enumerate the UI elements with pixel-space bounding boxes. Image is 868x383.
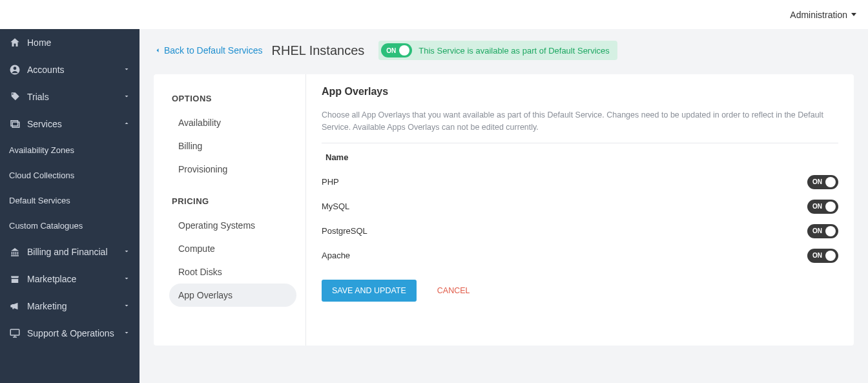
option-label: Provisioning <box>178 164 227 174</box>
chevron-up-icon <box>123 119 130 129</box>
back-link[interactable]: Back to Default Services <box>154 45 263 56</box>
svg-point-1 <box>14 67 17 70</box>
panel-title: App Overlays <box>322 86 838 98</box>
overlay-name: PostgreSQL <box>322 226 807 236</box>
overlay-toggle[interactable]: ON <box>807 175 838 189</box>
monitor-icon <box>9 327 21 339</box>
option-label: Root Disks <box>178 267 222 277</box>
sidebar-item-label: Home <box>27 37 51 48</box>
back-link-label: Back to Default Services <box>164 45 263 56</box>
availability-text: This Service is available as part of Def… <box>418 46 610 56</box>
sidebar-item-services[interactable]: Services <box>0 110 140 138</box>
pricing-heading: PRICING <box>172 196 294 206</box>
sidebar-sub-custom-catalogues[interactable]: Custom Catalogues <box>0 213 140 238</box>
option-provisioning[interactable]: Provisioning <box>169 158 296 181</box>
sidebar-item-label: Accounts <box>27 65 65 75</box>
toggle-knob <box>399 45 409 56</box>
sidebar-item-trials[interactable]: Trials <box>0 83 140 110</box>
sidebar-item-label: Marketing <box>27 301 67 311</box>
sidebar-item-label: Billing and Financial <box>27 247 108 257</box>
chevron-down-icon <box>123 65 130 75</box>
overlay-row: MySQL ON <box>322 194 838 219</box>
overlay-row: Apache ON <box>322 243 838 268</box>
administration-menu[interactable]: Administration <box>790 10 856 20</box>
caret-down-icon <box>851 13 856 16</box>
option-label: App Overlays <box>178 290 232 300</box>
panel-app-overlays: App Overlays Choose all App Overlays tha… <box>306 74 854 346</box>
chevron-down-icon <box>123 92 130 102</box>
store-icon <box>9 273 21 285</box>
chevron-down-icon <box>123 328 130 338</box>
service-availability-toggle[interactable]: ON <box>381 43 412 57</box>
topbar: Administration <box>0 0 868 29</box>
sidebar-item-marketing[interactable]: Marketing <box>0 293 140 320</box>
pricing-app-overlays[interactable]: App Overlays <box>169 284 296 307</box>
sidebar-item-accounts[interactable]: Accounts <box>0 56 140 83</box>
settings-card: OPTIONS Availability Billing Provisionin… <box>154 74 854 346</box>
column-name-header: Name <box>322 149 838 170</box>
save-and-update-button[interactable]: SAVE AND UPDATE <box>322 280 417 302</box>
toggle-knob <box>825 177 836 187</box>
chevron-left-icon <box>154 47 161 54</box>
options-heading: OPTIONS <box>172 94 294 103</box>
sidebar-sub-label: Custom Catalogues <box>9 221 83 231</box>
page-header: Back to Default Services RHEL Instances … <box>154 41 854 60</box>
sidebar-sub-label: Default Services <box>9 196 70 205</box>
toggle-on-label: ON <box>810 227 825 234</box>
option-label: Operating Systems <box>178 220 255 231</box>
pricing-compute[interactable]: Compute <box>169 237 296 260</box>
pricing-operating-systems[interactable]: Operating Systems <box>169 214 296 237</box>
option-label: Compute <box>178 243 215 254</box>
chevron-down-icon <box>123 301 130 311</box>
sidebar-item-home[interactable]: Home <box>0 29 140 56</box>
overlay-toggle[interactable]: ON <box>807 249 838 263</box>
overlay-name: PHP <box>322 177 807 187</box>
toggle-knob <box>825 251 836 261</box>
toggle-knob <box>825 226 836 236</box>
megaphone-icon <box>9 300 21 312</box>
bank-icon <box>9 246 21 258</box>
main-area: Back to Default Services RHEL Instances … <box>140 29 868 383</box>
sidebar-item-label: Support & Operations <box>27 328 114 338</box>
option-label: Billing <box>178 141 202 151</box>
sidebar-sub-cloud-collections[interactable]: Cloud Collections <box>0 163 140 188</box>
chevron-down-icon <box>123 274 130 284</box>
chevron-down-icon <box>123 247 130 257</box>
svg-rect-4 <box>10 329 19 335</box>
overlay-row: PHP ON <box>322 170 838 194</box>
sidebar-item-support-operations[interactable]: Support & Operations <box>0 320 140 347</box>
option-availability[interactable]: Availability <box>169 111 296 134</box>
administration-label: Administration <box>790 10 847 20</box>
toggle-on-label: ON <box>810 252 825 259</box>
sidebar-sub-default-services[interactable]: Default Services <box>0 188 140 213</box>
option-billing[interactable]: Billing <box>169 134 296 158</box>
panel-actions: SAVE AND UPDATE CANCEL <box>322 280 838 302</box>
sidebar-item-label: Marketplace <box>27 274 76 284</box>
layers-icon <box>9 118 21 130</box>
cancel-button[interactable]: CANCEL <box>437 286 470 295</box>
sidebar-sub-availability-zones[interactable]: Availability Zones <box>0 138 140 163</box>
toggle-on-label: ON <box>384 47 398 54</box>
sidebar-sub-label: Availability Zones <box>9 145 74 155</box>
sidebar: Home Accounts Trials Services <box>0 29 140 383</box>
overlay-name: Apache <box>322 251 807 260</box>
sidebar-item-marketplace[interactable]: Marketplace <box>0 265 140 293</box>
home-icon <box>9 37 21 48</box>
user-circle-icon <box>9 64 21 76</box>
toggle-on-label: ON <box>810 178 825 185</box>
sidebar-sub-label: Cloud Collections <box>9 171 74 180</box>
toggle-on-label: ON <box>810 203 825 210</box>
availability-badge: ON This Service is available as part of … <box>378 41 617 60</box>
overlay-toggle[interactable]: ON <box>807 200 838 214</box>
panel-description: Choose all App Overlays that you want av… <box>322 109 838 134</box>
options-sidebar: OPTIONS Availability Billing Provisionin… <box>154 74 306 346</box>
divider <box>322 143 838 143</box>
pricing-root-disks[interactable]: Root Disks <box>169 260 296 284</box>
toggle-knob <box>825 202 836 212</box>
sidebar-item-billing-financial[interactable]: Billing and Financial <box>0 238 140 265</box>
page-title: RHEL Instances <box>272 43 365 58</box>
option-label: Availability <box>178 118 221 128</box>
sidebar-item-label: Trials <box>27 92 49 102</box>
overlay-name: MySQL <box>322 202 807 211</box>
overlay-toggle[interactable]: ON <box>807 224 838 238</box>
